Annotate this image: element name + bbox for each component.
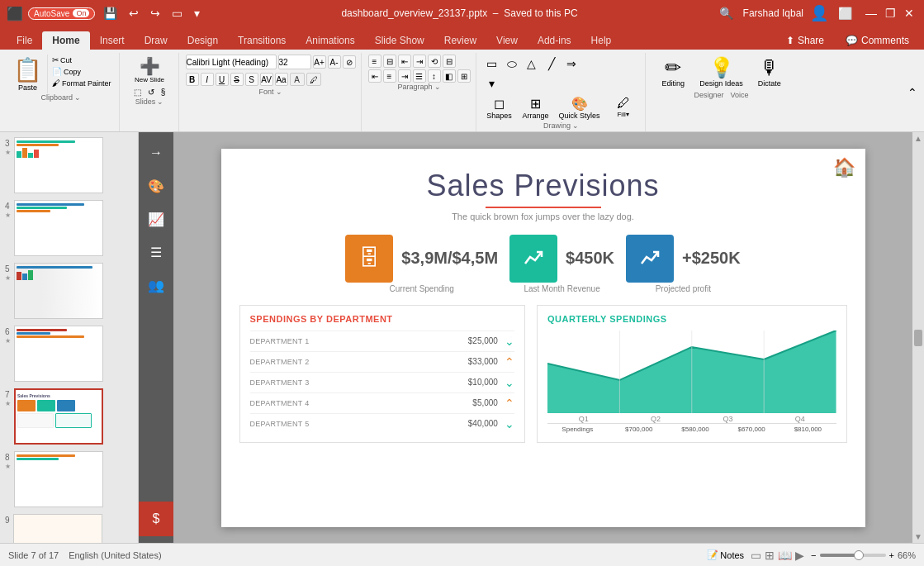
new-slide-button[interactable]: ➕ New Slide: [131, 55, 168, 85]
slideshow-view-button[interactable]: ▶: [795, 549, 804, 562]
shapes-button[interactable]: ◻ Shapes: [483, 94, 516, 121]
palette-tool-button[interactable]: 🎨: [142, 172, 170, 200]
shape-arrow-button[interactable]: ⇒: [562, 55, 580, 73]
layout-button[interactable]: ⬚: [131, 87, 144, 98]
highlight-button[interactable]: 🖊: [306, 73, 321, 86]
shape-triangle-button[interactable]: △: [523, 55, 541, 73]
dictate-button[interactable]: 🎙 Dictate: [753, 55, 786, 89]
zoom-out-button[interactable]: −: [811, 550, 816, 560]
increase-indent-button[interactable]: ⇥: [413, 55, 426, 68]
slide-item-3[interactable]: 3 ★: [3, 136, 135, 195]
minimize-button[interactable]: —: [862, 7, 880, 20]
ribbon-collapse-button[interactable]: ⌃: [907, 53, 921, 131]
tab-view[interactable]: View: [486, 31, 528, 50]
scroll-thumb[interactable]: [914, 330, 922, 346]
kpi-card-1: 🗄 $3,9M/$4,5M Current Spending: [345, 235, 498, 293]
editing-button[interactable]: ✏ Editing: [656, 55, 689, 89]
tab-help[interactable]: Help: [581, 31, 622, 50]
case-button[interactable]: Aa: [275, 73, 288, 86]
text-direction-button[interactable]: ⟲: [428, 55, 441, 68]
list-tool-button[interactable]: ☰: [142, 238, 170, 266]
font-increase-button[interactable]: A+: [313, 55, 326, 69]
slide-sorter-button[interactable]: ⊞: [765, 549, 775, 562]
clear-format-button[interactable]: ⊘: [343, 55, 356, 69]
slide-item-9[interactable]: 9: [3, 512, 135, 543]
section-button[interactable]: §: [159, 87, 168, 98]
font-decrease-button[interactable]: A-: [328, 55, 341, 69]
quick-styles-button[interactable]: 🎨 Quick Styles: [556, 94, 604, 121]
shapes-more-button[interactable]: ▾: [483, 74, 501, 93]
shadow-button[interactable]: S: [245, 73, 258, 86]
justify-button[interactable]: ☰: [413, 69, 426, 83]
search-button[interactable]: 🔍: [716, 7, 737, 20]
tab-file[interactable]: File: [7, 31, 42, 50]
underline-button[interactable]: U: [216, 73, 229, 86]
zoom-in-button[interactable]: +: [889, 550, 894, 560]
slide-item-8[interactable]: 8 ★: [3, 449, 135, 509]
columns-button[interactable]: ⊟: [443, 55, 456, 68]
font-color-button[interactable]: A: [290, 73, 305, 86]
bullet-list-button[interactable]: ≡: [368, 55, 381, 68]
present-button[interactable]: ▭: [168, 7, 186, 20]
strikethrough-button[interactable]: S: [230, 73, 244, 86]
copy-button[interactable]: 📄Copy: [50, 66, 114, 77]
tab-addins[interactable]: Add-ins: [528, 31, 581, 50]
convert-button[interactable]: ⊞: [457, 69, 471, 83]
autosave-toggle[interactable]: AutoSave On: [28, 7, 95, 20]
tab-review[interactable]: Review: [434, 31, 486, 50]
reset-button[interactable]: ↺: [145, 87, 157, 98]
slide-item-7[interactable]: 7 ★ Sales Previsions: [3, 387, 135, 446]
tab-draw[interactable]: Draw: [135, 31, 178, 50]
scroll-up-button[interactable]: ▲: [912, 132, 924, 145]
design-ideas-button[interactable]: 💡 Design Ideas: [696, 55, 746, 89]
tab-animations[interactable]: Animations: [296, 31, 364, 50]
paste-button[interactable]: 📋 Paste: [8, 55, 48, 93]
scroll-down-button[interactable]: ▼: [912, 530, 924, 543]
undo-button[interactable]: ↩: [126, 7, 142, 20]
tab-transitions[interactable]: Transitions: [228, 31, 296, 50]
dollar-tool-button[interactable]: $: [139, 502, 173, 536]
line-spacing-button[interactable]: ↕: [428, 69, 441, 83]
restore-button[interactable]: ❐: [882, 7, 899, 20]
shape-fill-button[interactable]: 🖊 Fill▾: [607, 94, 640, 121]
tab-design[interactable]: Design: [178, 31, 228, 50]
smart-art-button[interactable]: ◧: [443, 69, 456, 83]
format-painter-button[interactable]: 🖌Format Painter: [50, 78, 114, 88]
tab-insert[interactable]: Insert: [90, 31, 135, 50]
spacing-button[interactable]: AV: [260, 73, 273, 86]
customize-button[interactable]: ▾: [191, 7, 203, 20]
redo-button[interactable]: ↪: [147, 7, 163, 20]
cut-button[interactable]: ✂Cut: [50, 55, 114, 65]
font-family-input[interactable]: [186, 55, 277, 69]
share-button[interactable]: ⬆Share: [776, 33, 834, 48]
align-right-button[interactable]: ⇥: [398, 69, 411, 83]
italic-button[interactable]: I: [201, 73, 214, 86]
shape-line-button[interactable]: ╱: [543, 55, 561, 73]
arrange-button[interactable]: ⊞ Arrange: [519, 94, 552, 121]
shape-oval-button[interactable]: ⬭: [503, 55, 521, 73]
right-scrollbar[interactable]: ▲ ▼: [912, 132, 924, 543]
people-tool-button[interactable]: 👥: [142, 271, 170, 299]
tab-home[interactable]: Home: [42, 31, 89, 50]
slide-item-5[interactable]: 5 ★: [3, 261, 135, 321]
save-button[interactable]: 💾: [100, 7, 121, 20]
comments-button[interactable]: 💬Comments: [837, 33, 917, 48]
slide-item-4[interactable]: 4 ★: [3, 198, 135, 258]
decrease-indent-button[interactable]: ⇤: [398, 55, 411, 68]
bold-button[interactable]: B: [186, 73, 199, 86]
reading-view-button[interactable]: 📖: [778, 549, 792, 562]
numbered-list-button[interactable]: ⊟: [383, 55, 396, 68]
arrow-tool-button[interactable]: →: [142, 139, 170, 167]
shape-rect-button[interactable]: ▭: [483, 55, 501, 73]
zoom-bar[interactable]: [820, 554, 886, 557]
ribbon-toggle[interactable]: ⬜: [835, 7, 855, 20]
tab-slideshow[interactable]: Slide Show: [365, 31, 434, 50]
font-size-input[interactable]: [278, 55, 311, 69]
chart-tool-button[interactable]: 📈: [142, 205, 170, 233]
slide-item-6[interactable]: 6 ★: [3, 324, 135, 383]
align-left-button[interactable]: ⇤: [368, 69, 381, 83]
close-button[interactable]: ✕: [901, 7, 917, 20]
align-center-button[interactable]: ≡: [383, 69, 396, 83]
notes-button[interactable]: 📝 Notes: [707, 549, 744, 560]
normal-view-button[interactable]: ▭: [751, 549, 761, 562]
